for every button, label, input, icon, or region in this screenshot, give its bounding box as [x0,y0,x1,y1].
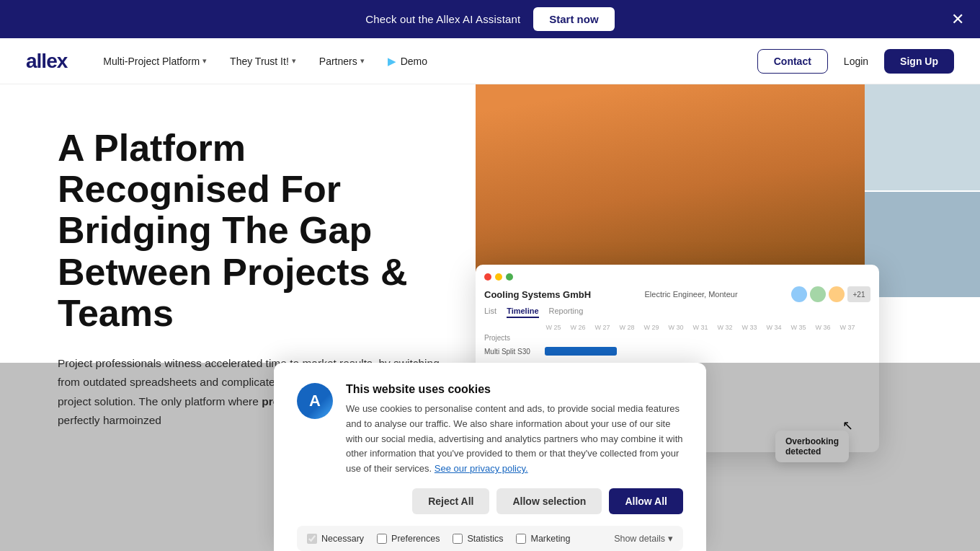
cookie-body-text: We use cookies to personalise content an… [346,402,683,477]
nav-item-trust[interactable]: They Trust It! ▾ [220,50,306,73]
gantt-week-headers: W 25 W 26 W 27 W 28 W 29 W 30 W 31 W 32 … [484,324,870,331]
gantt-bar-area [542,347,870,356]
gantt-role: Electric Engineer, Monteur [645,290,738,299]
gantt-bar [545,347,617,356]
cookie-header: A This website uses cookies We use cooki… [297,383,683,477]
login-link[interactable]: Login [838,50,874,73]
chevron-down-icon: ▾ [360,56,365,66]
gantt-window-controls [484,273,870,281]
checkbox-preferences[interactable]: Preferences [377,534,440,544]
close-dot [484,273,491,281]
close-announcement-button[interactable]: ✕ [951,12,964,27]
checkbox-statistics[interactable]: Statistics [453,534,503,544]
privacy-link[interactable]: See our privacy policy. [435,463,528,474]
avatar-more: +21 [847,286,870,302]
checkbox-necessary[interactable]: Necessary [307,534,364,544]
signup-button[interactable]: Sign Up [884,49,954,74]
chevron-down-icon: ▾ [292,56,296,66]
cookie-overlay: A This website uses cookies We use cooki… [0,363,980,551]
announcement-text: Check out the Allex AI Assistant [365,13,520,25]
nav-item-demo[interactable]: ▶ Demo [378,49,437,74]
cookie-logo: A [297,383,333,419]
maximize-dot [506,273,513,281]
main-nav: allex Multi-Project Platform ▾ They Trus… [0,38,980,84]
preferences-checkbox[interactable] [377,534,387,544]
nav-platform-label: Multi-Project Platform [103,56,200,67]
nav-item-partners[interactable]: Partners ▾ [309,50,375,73]
checkbox-marketing[interactable]: Marketing [516,534,570,544]
gantt-projects-label: Projects [484,334,870,342]
necessary-checkbox[interactable] [307,534,317,544]
gantt-tabs: List Timeline Reporting [484,307,870,318]
avatar [829,286,845,302]
gantt-company: Cooling Systems GmbH [484,289,591,300]
tab-reporting[interactable]: Reporting [549,307,584,318]
nav-trust-label: They Trust It! [230,56,289,67]
gantt-row: Multi Split S30 [484,345,870,358]
nav-partners-label: Partners [319,56,357,67]
play-icon: ▶ [388,55,396,68]
announcement-bar: Check out the Allex AI Assistant Start n… [0,0,980,38]
chevron-down-icon: ▾ [668,533,673,544]
tab-list[interactable]: List [484,307,496,318]
minimize-dot [495,273,502,281]
marketing-checkbox[interactable] [516,534,526,544]
contact-button[interactable]: Contact [757,49,828,74]
start-now-button[interactable]: Start now [533,7,614,31]
cookie-text-block: This website uses cookies We use cookies… [346,383,683,477]
gantt-row-label: Multi Split S30 [484,348,542,356]
logo[interactable]: allex [26,50,67,73]
allow-all-button[interactable]: Allow All [609,488,683,514]
gantt-header: Cooling Systems GmbH Electric Engineer, … [484,286,870,302]
cookie-title: This website uses cookies [346,383,683,396]
chevron-down-icon: ▾ [202,56,207,66]
cookie-checkboxes: Necessary Preferences Statistics Marketi… [297,526,683,551]
avatar [791,286,807,302]
nav-demo-label: Demo [401,56,427,67]
avatar [810,286,826,302]
nav-links: Multi-Project Platform ▾ They Trust It! … [93,49,757,74]
allow-selection-button[interactable]: Allow selection [496,488,602,514]
hero-title: A Platform Recognised For Bridging The G… [58,128,468,334]
nav-right: Contact Login Sign Up [757,49,954,74]
reject-all-button[interactable]: Reject All [412,488,489,514]
gantt-avatars: +21 [791,286,870,302]
cookie-banner: A This website uses cookies We use cooki… [274,363,706,551]
cookie-buttons: Reject All Allow selection Allow All [297,488,683,514]
nav-item-platform[interactable]: Multi-Project Platform ▾ [93,50,217,73]
show-details-button[interactable]: Show details ▾ [614,533,673,544]
statistics-checkbox[interactable] [453,534,463,544]
tab-timeline[interactable]: Timeline [507,307,538,318]
